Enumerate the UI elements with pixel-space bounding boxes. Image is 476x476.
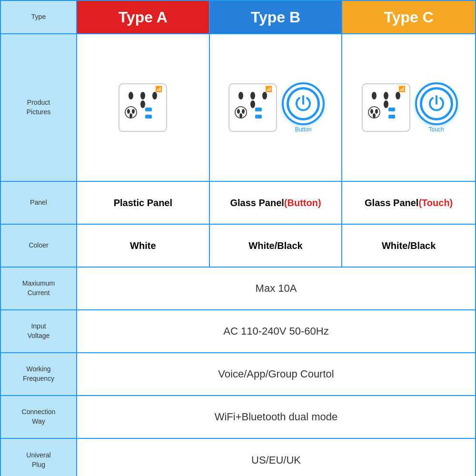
svg-point-7 [132, 109, 135, 114]
svg-rect-34 [388, 115, 395, 119]
outlet-a-container: 📶 [117, 81, 169, 134]
panel-a-value: Plastic Panel [114, 198, 172, 208]
type-a-header: Type A [77, 1, 210, 33]
type-c-header: Type C [342, 1, 475, 33]
color-c-value: White/Black [382, 240, 436, 251]
panel-c-cell: Glass Panel(Touch) [342, 182, 475, 224]
svg-point-16 [250, 100, 255, 108]
color-label: Coloer [29, 241, 48, 250]
max-current-label-cell: Maxiumum Current [1, 268, 77, 309]
touch-power-circle [415, 82, 458, 125]
type-label-cell: Type [1, 1, 77, 33]
button-power-circle [282, 82, 325, 125]
svg-rect-33 [388, 108, 395, 111]
product-pic-a: 📶 [77, 34, 210, 181]
connection-label-cell: Connection Way [1, 396, 77, 438]
type-b-header: Type B [210, 1, 343, 33]
button-power-inner [287, 87, 320, 120]
svg-rect-22 [255, 115, 262, 119]
product-pic-b: 📶 Button [210, 34, 343, 181]
svg-point-6 [127, 109, 130, 114]
svg-point-2 [140, 92, 145, 99]
panel-b-cell: Glass Panel(Button) [210, 182, 343, 224]
color-b-cell: White/Black [210, 225, 343, 267]
outlet-c-container: 📶 Touch [360, 81, 458, 134]
svg-text:📶: 📶 [398, 85, 405, 92]
outlet-a-svg: 📶 [117, 81, 169, 134]
svg-point-1 [129, 92, 133, 99]
max-current-label: Maxiumum Current [22, 279, 55, 298]
panel-c-plain: Glass Panel [365, 198, 418, 208]
panel-row: Panel Plastic Panel Glass Panel(Button) … [1, 182, 475, 225]
plug-label-cell: Univeral Plug [1, 439, 77, 476]
color-a-value: White [130, 240, 156, 251]
svg-point-31 [375, 109, 378, 114]
button-power-col: Button [282, 82, 325, 133]
type-c-label: Type C [384, 9, 434, 26]
plug-row: Univeral Plug US/EU/UK [1, 439, 475, 476]
panel-label: Panel [30, 198, 47, 208]
power-icon-svg [294, 94, 313, 113]
color-a-cell: White [77, 225, 210, 267]
color-b-value: White/Black [248, 240, 302, 251]
panel-b-plain: Glass Panel [230, 198, 284, 208]
working-freq-value-cell: Voice/App/Group Courtol [77, 353, 475, 395]
outlet-b-container: 📶 Button [227, 81, 325, 134]
svg-point-20 [239, 113, 242, 118]
svg-text:📶: 📶 [265, 85, 272, 92]
input-voltage-row: Input Voltage AC 110-240V 50-60Hz [1, 310, 475, 353]
working-freq-label: Working Frequency [23, 365, 54, 383]
svg-point-4 [140, 100, 145, 108]
svg-point-19 [242, 109, 245, 114]
svg-point-27 [396, 92, 400, 99]
outlet-b-svg: 📶 [227, 81, 279, 134]
panel-a-cell: Plastic Panel [77, 182, 210, 224]
svg-point-14 [250, 92, 255, 99]
type-b-label: Type B [251, 9, 300, 26]
plug-label: Univeral Plug [26, 451, 50, 469]
svg-point-8 [129, 113, 132, 118]
touch-power-inner [420, 87, 453, 120]
svg-rect-21 [255, 108, 262, 111]
max-current-row: Maxiumum Current Max 10A [1, 268, 475, 310]
input-voltage-value: AC 110-240V 50-60Hz [223, 325, 328, 337]
type-label: Type [31, 12, 46, 22]
plug-value: US/EU/UK [251, 454, 301, 466]
plug-value-cell: US/EU/UK [77, 439, 475, 476]
max-current-value: Max 10A [256, 282, 297, 295]
connection-value-cell: WiFi+Bluetooth dual mode [77, 396, 475, 438]
svg-point-18 [237, 109, 240, 114]
svg-text:📶: 📶 [155, 85, 162, 92]
svg-point-26 [384, 92, 388, 99]
svg-point-15 [262, 92, 267, 99]
max-current-value-cell: Max 10A [77, 268, 475, 309]
connection-value: WiFi+Bluetooth dual mode [215, 411, 338, 423]
input-voltage-label: Input Voltage [28, 322, 50, 340]
connection-label: Connection Way [22, 407, 56, 426]
product-pictures-row: Product Pictures [1, 34, 475, 182]
svg-point-32 [373, 113, 376, 118]
color-c-cell: White/Black [342, 225, 475, 267]
product-pic-c: 📶 Touch [342, 34, 475, 181]
outlet-c-svg: 📶 [360, 81, 412, 134]
svg-point-3 [152, 92, 157, 99]
type-a-label: Type A [119, 9, 168, 26]
svg-point-28 [384, 100, 388, 108]
button-label: Button [295, 126, 312, 133]
touch-power-col: Touch [415, 82, 458, 133]
panel-c-value: Glass Panel(Touch) [365, 198, 453, 208]
svg-rect-10 [145, 115, 152, 119]
panel-b-value: Glass Panel(Button) [230, 198, 321, 208]
panel-c-highlight: (Touch) [418, 198, 453, 208]
connection-way-row: Connection Way WiFi+Bluetooth dual mode [1, 396, 475, 439]
working-freq-row: Working Frequency Voice/App/Group Courto… [1, 353, 475, 396]
input-voltage-label-cell: Input Voltage [1, 310, 77, 352]
touch-label: Touch [429, 126, 444, 133]
svg-point-25 [372, 92, 377, 99]
input-voltage-value-cell: AC 110-240V 50-60Hz [77, 310, 475, 352]
panel-label-cell: Panel [1, 182, 77, 224]
touch-power-icon-svg [427, 94, 446, 113]
color-label-cell: Coloer [1, 225, 77, 267]
comparison-table: Type Type A Type B Type C Product Pictur… [0, 0, 476, 476]
svg-point-13 [238, 92, 243, 99]
